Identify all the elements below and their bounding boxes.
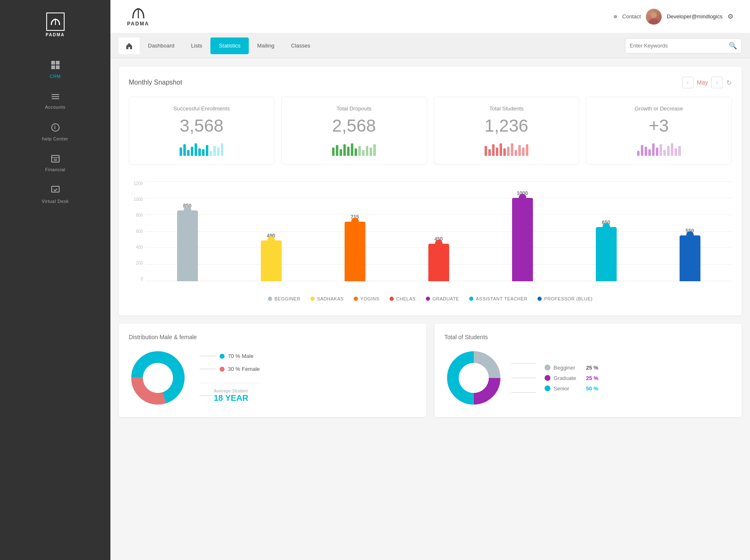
enrollments-title: Successful Enrollments [138,105,266,112]
sidebar-item-crm[interactable]: CRM [0,54,110,85]
sidebar: PADMA CRM Accounts i [0,0,110,560]
monthly-snapshot-card: Monthly Snapshot ‹ May › ↻ Successful En… [119,67,742,315]
svg-rect-4 [56,65,60,69]
nav-search[interactable]: 🔍 [625,38,742,53]
bar-begginer: 850 [177,203,198,281]
chart-legend: BEGGINER SADHAKAS YOGINS CHELAS [129,296,732,301]
sidebar-label-accounts: Accounts [45,105,65,110]
legend-male: 70 % Male [200,353,260,359]
avg-student-label: Average Student [214,388,248,393]
refresh-button[interactable]: ↻ [726,79,732,87]
stat-card-enrollments: Successful Enrollments 3,568 [129,97,275,165]
bar-assistant-teacher: 650 [596,220,617,281]
sidebar-item-virtual-desk[interactable]: Virtual Desk [0,179,110,210]
avg-student-value: 18 YEAR [214,393,248,403]
legend-sadhakas: SADHAKAS [310,296,344,301]
legend-name-senior: Senior [554,385,583,392]
stat-card-students: Total Students 1,236 [434,97,580,165]
growth-title: Growth or Decrease [595,105,723,112]
bars-row: 850 490 [145,181,732,281]
distribution-donut [129,349,187,407]
nav-classes-button[interactable]: Classes [283,38,319,54]
settings-icon[interactable]: ⚙ [728,12,733,20]
svg-rect-14 [52,186,59,192]
students-value: 1,236 [442,116,571,136]
sidebar-label-financial: Financial [45,167,65,172]
svg-rect-10 [52,155,59,162]
dropouts-value: 2,568 [290,116,418,136]
growth-value: +3 [595,116,723,136]
snapshot-header: Monthly Snapshot ‹ May › ↻ [129,77,732,88]
legend-dot-female [220,367,225,372]
nav-statistics-button[interactable]: Statistics [210,38,249,54]
help-icon: i [51,123,60,135]
bottom-charts: Distribution Male & female [119,324,742,417]
legend-assistant-teacher: ASSISTANT TEACHER [469,296,528,301]
legend-dot-sadhakas [310,297,315,301]
legend-line-male [200,356,216,356]
main-wrapper: PADMA Contact Developer@mindlogics ⚙ Das… [110,0,750,560]
legend-label-male: 70 % Male [228,353,253,359]
sidebar-logo-text: PADMA [46,32,65,37]
enrollments-bars [138,142,266,156]
nav-mailing-button[interactable]: Mailing [249,38,282,54]
legend-name-graduate: Graduate [554,375,583,381]
top-right: Contact Developer@mindlogics ⚙ [614,9,733,25]
sidebar-item-accounts[interactable]: Accounts [0,85,110,116]
svg-point-21 [143,363,173,393]
nav-lists-button[interactable]: Lists [183,38,211,54]
contact-label: Contact [622,13,641,20]
total-students-donut [445,349,503,407]
svg-point-25 [459,363,489,393]
y-label-600: 600 [129,229,145,234]
growth-bars [595,142,723,156]
top-bar: PADMA Contact Developer@mindlogics ⚙ [110,0,750,33]
bar-yogins: 715 [345,214,365,281]
distribution-title: Distribution Male & female [129,334,416,340]
svg-text:i: i [54,125,55,130]
nav-home-button[interactable] [119,38,140,54]
legend-begginer-row: Begginer 25 % [545,365,599,371]
stat-card-growth: Growth or Decrease +3 [586,97,732,165]
sidebar-logo: PADMA [46,12,65,37]
legend-pct-senior: 50 % [586,385,599,392]
total-students-section: Begginer 25 % Graduate 25 % Senior 50 % [445,349,732,407]
total-students-legend: Begginer 25 % Graduate 25 % Senior 50 % [545,365,599,392]
prev-month-button[interactable]: ‹ [682,77,694,88]
user-email: Developer@mindlogics [667,13,722,20]
total-students-card: Total of Students [435,324,742,417]
legend-professor: PROFESSOR (BLUE) [538,296,592,301]
students-title: Total Students [442,105,571,112]
svg-rect-3 [51,65,55,69]
y-label-200: 200 [129,261,145,265]
search-input[interactable] [630,42,729,49]
dropouts-bars [290,142,418,156]
financial-icon [51,155,60,165]
stat-cards: Successful Enrollments 3,568 [129,97,732,165]
legend-dot-yogins [354,297,358,301]
sidebar-item-help[interactable]: i help Center [0,116,110,148]
legend-label-yogins: YOGINS [360,296,380,301]
legend-dot-chelas [390,297,394,301]
legend-dot-senior-total [545,385,550,391]
logo-area: PADMA [127,7,149,27]
legend-pct-graduate: 25 % [586,375,599,381]
students-bars [442,142,571,156]
next-month-button[interactable]: › [711,77,723,88]
legend-female: 30 % Female [200,366,260,372]
sidebar-item-financial[interactable]: Financial [0,148,110,179]
legend-label-female: 30 % Female [228,366,260,372]
y-label-800: 800 [129,213,145,218]
legend-dot-assistant-teacher [469,297,473,301]
crm-icon [51,60,60,72]
svg-point-16 [651,12,657,18]
legend-dot-male [220,354,225,359]
nav-dashboard-button[interactable]: Dashboard [140,38,183,54]
legend-chelas: CHELAS [390,296,416,301]
stat-card-dropouts: Total Dropouts 2,568 [281,97,427,165]
legend-graduate: GRADUATE [426,296,459,301]
y-label-0: 0 [129,277,145,281]
legend-dot-graduate [426,297,430,301]
legend-graduate-row: Graduate 25 % [545,375,599,381]
legend-name-begginer: Begginer [554,365,583,371]
